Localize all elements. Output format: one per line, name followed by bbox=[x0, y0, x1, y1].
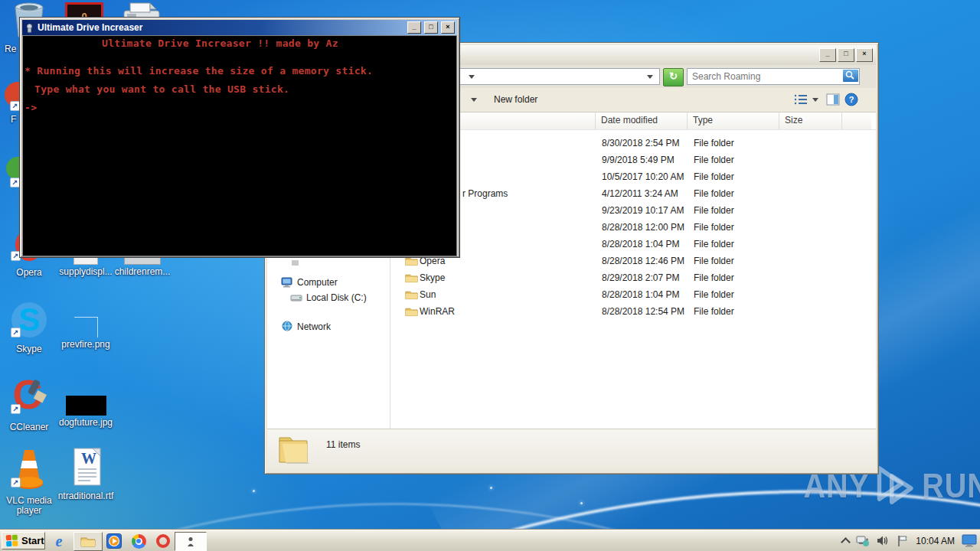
desktop-icon-vlc[interactable]: ↗ VLC media player bbox=[0, 447, 58, 516]
new-folder-button[interactable]: New folder bbox=[494, 94, 537, 105]
file-name: Skype bbox=[420, 272, 445, 283]
shortcut-arrow-icon: ↗ bbox=[11, 478, 21, 487]
column-header-extra bbox=[842, 112, 871, 129]
close-button[interactable]: × bbox=[441, 21, 455, 34]
disk-drive-icon bbox=[290, 293, 302, 303]
udi-app-icon bbox=[186, 536, 195, 547]
file-type: File folder bbox=[694, 306, 734, 317]
file-name: r Programs bbox=[462, 188, 508, 199]
start-button[interactable]: Start bbox=[2, 532, 45, 549]
file-row[interactable]: 8/30/2018 2:54 PM File folder bbox=[390, 135, 871, 152]
desktop-icon-label: VLC media player bbox=[0, 496, 58, 516]
taskbar-clock[interactable]: 10:04 AM bbox=[916, 536, 955, 546]
search-button[interactable] bbox=[843, 70, 858, 82]
nav-item-computer[interactable]: Computer bbox=[281, 277, 338, 288]
refresh-button[interactable]: ↻ bbox=[663, 68, 684, 86]
taskbar-udi-task-button[interactable] bbox=[175, 532, 207, 551]
desktop-icon-dogfuture[interactable]: dogfuture.jpg bbox=[57, 373, 115, 428]
console-output[interactable]: Ultimate Drive Increaser !! made by Az *… bbox=[22, 35, 457, 256]
console-instruction-line: Type what you want to call the USB stick… bbox=[34, 83, 289, 95]
broken-image-icon bbox=[74, 317, 98, 337]
minimize-button[interactable]: _ bbox=[407, 21, 421, 34]
desktop-icon-label: dogfuture.jpg bbox=[57, 418, 115, 428]
views-icon[interactable] bbox=[794, 94, 808, 105]
file-row[interactable]: 9/9/2018 5:49 PM File folder bbox=[390, 152, 871, 169]
desktop-icon-ccleaner[interactable]: C ↗ CCleaner bbox=[0, 373, 58, 432]
status-item-count: 11 items bbox=[326, 439, 360, 450]
show-desktop-icon[interactable] bbox=[962, 534, 977, 547]
search-input[interactable]: Search Roaming bbox=[687, 68, 860, 85]
breadcrumb-dropdown-icon[interactable] bbox=[469, 75, 475, 79]
nav-label: Computer bbox=[297, 277, 338, 288]
nav-item-local-disk[interactable]: Local Disk (C:) bbox=[290, 292, 367, 303]
file-date-modified: 8/30/2018 2:54 PM bbox=[602, 138, 679, 148]
minimize-button[interactable]: _ bbox=[819, 48, 836, 62]
file-row[interactable]: Skype 8/29/2018 2:07 PM File folder bbox=[390, 270, 871, 287]
maximize-button[interactable]: □ bbox=[424, 21, 438, 34]
close-button[interactable]: × bbox=[856, 48, 873, 62]
file-date-modified: 8/29/2018 2:07 PM bbox=[602, 272, 679, 283]
preview-pane-icon[interactable] bbox=[826, 93, 840, 106]
maximize-button[interactable]: □ bbox=[838, 48, 854, 62]
taskbar-wmp-icon[interactable] bbox=[106, 533, 122, 549]
file-row[interactable]: 9/23/2019 10:17 AM File folder bbox=[390, 203, 871, 220]
network-icon bbox=[281, 321, 293, 332]
status-bar: 11 items bbox=[267, 429, 876, 468]
console-titlebar[interactable]: Ultimate Drive Increaser _ □ × bbox=[22, 20, 457, 35]
file-type: File folder bbox=[694, 138, 734, 148]
views-dropdown-icon[interactable] bbox=[812, 98, 818, 102]
desktop-icon-prevfire[interactable]: prevfire.png bbox=[57, 300, 115, 350]
file-row[interactable]: 10/5/2017 10:20 AM File folder bbox=[390, 169, 871, 186]
taskbar-ie-icon[interactable]: e bbox=[51, 533, 67, 549]
volume-icon[interactable] bbox=[877, 535, 890, 546]
wallpaper-sparkle bbox=[253, 490, 255, 492]
nav-item-network[interactable]: Network bbox=[281, 321, 331, 332]
file-type: File folder bbox=[694, 256, 734, 266]
file-type: File folder bbox=[694, 289, 734, 300]
file-date-modified: 8/28/2018 1:04 PM bbox=[602, 289, 679, 300]
network-tray-icon[interactable] bbox=[856, 535, 870, 547]
address-dropdown-icon[interactable] bbox=[647, 75, 653, 79]
anyrun-logo-icon bbox=[874, 464, 918, 508]
tray-expand-icon[interactable] bbox=[841, 537, 851, 547]
file-row[interactable]: WinRAR 8/28/2018 12:54 PM File folder bbox=[390, 304, 871, 321]
desktop-icon-label: ntraditional.rtf bbox=[57, 491, 115, 501]
desktop-icon-label: Opera bbox=[0, 268, 58, 278]
start-label: Start bbox=[21, 535, 44, 546]
taskbar-opera-icon[interactable] bbox=[155, 533, 172, 549]
ie-glyph: e bbox=[56, 533, 63, 550]
console-prompt: -> bbox=[24, 102, 37, 113]
file-row[interactable]: Sun 8/28/2018 1:04 PM File folder bbox=[390, 287, 871, 304]
file-name: WinRAR bbox=[420, 306, 455, 317]
action-center-flag-icon[interactable] bbox=[897, 535, 909, 547]
desktop: ANY RUN Re 0 ↗ F bbox=[0, 0, 980, 551]
folder-large-icon bbox=[276, 432, 312, 467]
file-type: File folder bbox=[694, 188, 734, 199]
column-header-type[interactable]: Type bbox=[688, 112, 779, 129]
watermark-run: RUN bbox=[922, 467, 980, 505]
help-icon[interactable]: ? bbox=[844, 93, 858, 106]
image-thumbnail bbox=[66, 396, 106, 416]
svg-text:W: W bbox=[81, 450, 96, 467]
desktop-icon-label: childrenrem... bbox=[113, 267, 172, 277]
console-title: Ultimate Drive Increaser bbox=[38, 22, 404, 33]
taskbar-chrome-icon[interactable] bbox=[130, 533, 147, 549]
column-header-date[interactable]: Date modified bbox=[596, 112, 688, 129]
file-row[interactable]: r Programs 4/12/2011 3:24 AM File folder bbox=[390, 186, 871, 203]
desktop-icon-ntraditional[interactable]: W ntraditional.rtf bbox=[57, 447, 115, 501]
search-placeholder: Search Roaming bbox=[692, 71, 760, 82]
desktop-icon-skype[interactable]: S ↗ Skype bbox=[0, 300, 58, 354]
media-player-icon bbox=[106, 533, 122, 549]
file-row[interactable]: 8/28/2018 1:04 PM File folder bbox=[390, 236, 871, 253]
folder-icon bbox=[80, 536, 96, 548]
folder-icon bbox=[405, 289, 418, 301]
taskbar-explorer-button[interactable] bbox=[74, 532, 103, 551]
toolbar-dropdown-icon[interactable] bbox=[471, 98, 477, 102]
file-row[interactable]: 8/28/2018 12:00 PM File folder bbox=[390, 220, 871, 236]
file-date-modified: 8/28/2018 1:04 PM bbox=[602, 239, 679, 249]
column-header-size[interactable]: Size bbox=[779, 112, 842, 129]
desktop-icon-label: CCleaner bbox=[0, 422, 58, 432]
windows-logo-icon bbox=[5, 534, 18, 547]
folder-icon bbox=[405, 306, 418, 318]
file-row[interactable]: Opera 8/28/2018 12:46 PM File folder bbox=[390, 253, 871, 270]
